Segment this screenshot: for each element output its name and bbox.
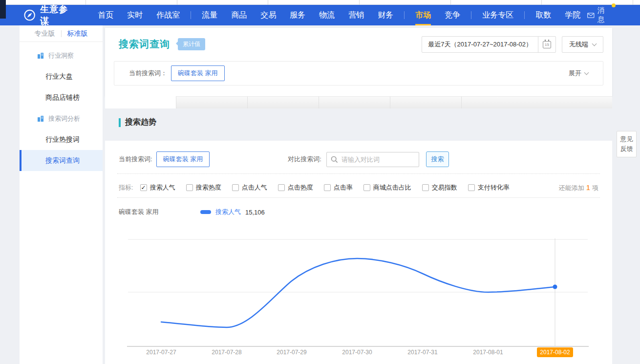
messages-label: 消息: [597, 6, 612, 24]
highlighted-date-label: 2017-08-02: [537, 347, 573, 357]
nav-item-home[interactable]: 首页: [91, 5, 120, 25]
x-axis-label: 2017-08-01: [461, 349, 515, 356]
chevron-down-icon: [584, 70, 589, 75]
current-term-panel: 当前搜索词： 碗碟套装 家用 展开: [114, 61, 603, 86]
nav-item-data-fetch[interactable]: 取数: [529, 5, 558, 25]
x-axis-label: 2017-07-30: [330, 349, 384, 356]
nav-item-war-room[interactable]: 作战室: [149, 5, 187, 25]
nav-divider: [404, 11, 405, 19]
version-switcher: 专业版 标准版: [20, 25, 103, 42]
terminal-value: 无线端: [569, 40, 588, 49]
section-accent-bar: [119, 118, 121, 127]
metric-tab[interactable]: [461, 96, 612, 108]
nav-divider: [191, 11, 191, 19]
version-divider: [61, 30, 62, 37]
metric-tabstrip: [105, 96, 612, 108]
feedback-line2: 反馈: [617, 144, 636, 154]
section-header: 搜索趋势: [119, 117, 156, 128]
sidebar-group-label: 行业洞察: [48, 51, 74, 60]
nav-item-goods[interactable]: 商品: [224, 5, 254, 25]
feedback-button[interactable]: 意见 反馈: [617, 131, 637, 157]
nav-item-academy[interactable]: 学院: [558, 5, 587, 25]
expand-toggle[interactable]: 展开: [569, 69, 588, 78]
sidebar-item-industry-hot-search[interactable]: 行业热搜词: [20, 129, 103, 150]
browser-edge-strip: [0, 0, 640, 5]
x-axis-label: 2017-07-29: [265, 349, 319, 356]
sidebar-group-industry-insight: 行业洞察: [20, 45, 103, 66]
sidebar-menu: 行业洞察 行业大盘 商品店铺榜 搜索词分析 行业热搜词 搜索词查询: [20, 42, 103, 171]
compass-logo-icon: [23, 9, 36, 21]
metric-tab[interactable]: [176, 96, 247, 108]
nav-item-messages[interactable]: 消息: [587, 6, 612, 24]
metric-tab[interactable]: [390, 96, 461, 108]
app-screen: 生意参谋 首页 实时 作战室 流量 商品 交易 服务 物流 营销 财务 市场 竞…: [0, 0, 640, 364]
page-title: 搜索词查询: [119, 38, 170, 51]
expand-label: 展开: [569, 69, 581, 78]
notification-dot: [612, 3, 616, 7]
nav-item-finance[interactable]: 财务: [371, 5, 400, 25]
top-navbar: 生意参谋 首页 实时 作战室 流量 商品 交易 服务 物流 营销 财务 市场 竞…: [0, 5, 640, 25]
date-range-text: 最近7天（2017-07-27~2017-08-02）: [422, 40, 538, 49]
date-range-picker[interactable]: 最近7天（2017-07-27~2017-08-02） 15: [422, 36, 556, 53]
nav-item-market[interactable]: 市场: [408, 5, 438, 25]
cumulative-value-badge: 累计值: [178, 38, 205, 50]
nav-menu: 首页 实时 作战室 流量 商品 交易 服务 物流 营销 财务 市场 竞争 业务专…: [91, 5, 587, 25]
metric-tab[interactable]: [247, 96, 319, 108]
report-icon: [37, 52, 44, 59]
window-corner: [0, 0, 6, 19]
app-logo[interactable]: 生意参谋: [23, 3, 76, 27]
data-point-marker[interactable]: [553, 285, 557, 289]
x-axis-label: 2017-07-31: [396, 349, 449, 356]
envelope-icon: [587, 13, 595, 18]
x-axis-label: 2017-07-28: [200, 349, 254, 356]
search-popularity-line: [161, 258, 555, 327]
feedback-line1: 意见: [617, 134, 636, 144]
calendar-button[interactable]: 15: [538, 36, 555, 53]
sidebar: 专业版 标准版 行业洞察 行业大盘 商品店铺榜 搜索: [20, 25, 103, 364]
calendar-icon: 15: [543, 41, 551, 48]
nav-item-competition[interactable]: 竞争: [438, 5, 467, 25]
section-title: 搜索趋势: [125, 117, 156, 128]
search-trend-card: 当前搜索词: 碗碟套装 家用 对比搜索词: 搜索 指标: 搜索人气 搜索热度: [105, 141, 612, 364]
x-axis-label: 2017-07-27: [134, 349, 188, 356]
sidebar-item-search-term-query[interactable]: 搜索词查询: [20, 150, 103, 171]
trend-line-chart[interactable]: [105, 141, 612, 364]
x-axis-label-highlighted: 2017-08-02: [528, 349, 582, 356]
chevron-down-icon: [592, 41, 597, 46]
nav-item-marketing[interactable]: 营销: [341, 5, 371, 25]
metric-tab[interactable]: [105, 96, 176, 108]
sidebar-group-search-term-analysis: 搜索词分析: [20, 108, 103, 129]
current-term-tag[interactable]: 碗碟套装 家用: [171, 65, 225, 81]
metric-tab[interactable]: [319, 96, 390, 108]
report-icon: [37, 115, 44, 122]
sidebar-tab-standard-version[interactable]: 标准版: [67, 29, 88, 38]
nav-item-realtime[interactable]: 实时: [120, 5, 149, 25]
terminal-select[interactable]: 无线端: [562, 36, 603, 53]
nav-item-traffic[interactable]: 流量: [195, 5, 224, 25]
current-term-label: 当前搜索词：: [129, 69, 167, 78]
logo-text: 生意参谋: [40, 3, 76, 27]
sidebar-group-label: 搜索词分析: [48, 114, 80, 123]
nav-item-business-zone[interactable]: 业务专区: [475, 5, 520, 25]
page-header-card: 搜索词查询 累计值 最近7天（2017-07-27~2017-08-02） 15…: [105, 28, 612, 96]
sidebar-item-industry-overview[interactable]: 行业大盘: [20, 66, 103, 87]
nav-item-trade[interactable]: 交易: [254, 5, 283, 25]
nav-item-logistics[interactable]: 物流: [312, 5, 341, 25]
sidebar-tab-pro-version[interactable]: 专业版: [35, 29, 55, 38]
nav-item-service[interactable]: 服务: [283, 5, 312, 25]
nav-divider: [471, 11, 471, 19]
nav-divider: [524, 11, 525, 19]
sidebar-item-product-shop-rank[interactable]: 商品店铺榜: [20, 87, 103, 108]
